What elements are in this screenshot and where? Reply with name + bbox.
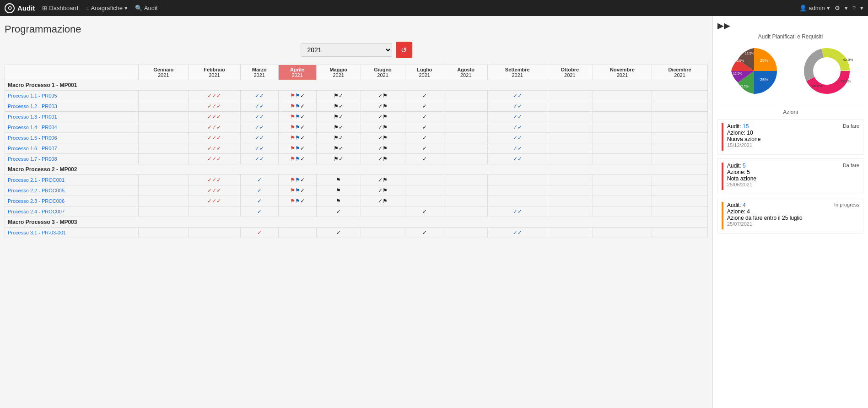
table-cell[interactable] (652, 185, 708, 196)
table-cell[interactable] (547, 122, 593, 133)
table-cell[interactable]: ✓⚑ (361, 154, 405, 164)
table-cell[interactable]: ✓⚑ (361, 143, 405, 154)
table-cell[interactable]: ✓ (405, 112, 444, 122)
process-label[interactable]: Processo 1.2 - PR003 (5, 101, 139, 112)
table-cell[interactable]: ✓⚑ (361, 101, 405, 112)
table-cell[interactable] (488, 175, 547, 185)
table-cell[interactable] (139, 228, 189, 238)
table-cell[interactable] (593, 143, 652, 154)
audit-value-3[interactable]: 4 (743, 202, 746, 208)
table-cell[interactable] (444, 185, 488, 196)
table-cell[interactable] (652, 133, 708, 143)
table-cell[interactable] (652, 112, 708, 122)
table-cell[interactable]: ✓✓✓ (189, 185, 241, 196)
table-cell[interactable] (652, 91, 708, 101)
table-cell[interactable]: ✓✓✓ (189, 175, 241, 185)
table-cell[interactable] (444, 91, 488, 101)
table-cell[interactable]: ✓✓✓ (189, 133, 241, 143)
table-cell[interactable] (593, 101, 652, 112)
audit-value-1[interactable]: 15 (743, 123, 749, 130)
table-cell[interactable] (593, 228, 652, 238)
action-card-1[interactable]: Audit: 15 Azione: 10 Nuova azione 15/12/… (717, 119, 863, 155)
process-label[interactable]: Processo 2.2 - PROC005 (5, 185, 139, 196)
table-cell[interactable]: ✓⚑ (361, 185, 405, 196)
table-cell[interactable] (593, 122, 652, 133)
table-cell[interactable] (547, 101, 593, 112)
table-cell[interactable] (139, 91, 189, 101)
table-cell[interactable]: ✓ (240, 175, 278, 185)
table-cell[interactable] (593, 207, 652, 217)
help-button[interactable]: ? (852, 5, 856, 11)
table-cell[interactable]: ✓✓✓ (189, 196, 241, 207)
process-label[interactable]: Processo 1.3 - PR001 (5, 112, 139, 122)
table-cell[interactable]: ✓ (405, 207, 444, 217)
table-cell[interactable]: ⚑⚑✓ (278, 122, 316, 133)
table-cell[interactable] (547, 207, 593, 217)
table-cell[interactable]: ✓✓✓ (189, 122, 241, 133)
table-cell[interactable] (361, 207, 405, 217)
table-cell[interactable] (189, 228, 241, 238)
table-cell[interactable]: ⚑✓ (316, 122, 361, 133)
table-cell[interactable] (593, 175, 652, 185)
table-cell[interactable]: ✓⚑ (361, 133, 405, 143)
table-cell[interactable] (139, 175, 189, 185)
table-cell[interactable] (139, 112, 189, 122)
table-cell[interactable]: ⚑⚑✓ (278, 175, 316, 185)
table-cell[interactable] (547, 143, 593, 154)
table-cell[interactable]: ✓ (240, 207, 278, 217)
refresh-button[interactable]: ↺ (396, 42, 412, 58)
table-cell[interactable]: ✓✓ (240, 112, 278, 122)
table-cell[interactable] (652, 154, 708, 164)
table-cell[interactable]: ✓✓ (240, 101, 278, 112)
table-cell[interactable]: ✓ (405, 154, 444, 164)
table-cell[interactable]: ⚑✓ (316, 101, 361, 112)
audit-value-2[interactable]: 5 (743, 163, 746, 169)
table-cell[interactable] (139, 122, 189, 133)
table-cell[interactable]: ⚑ (316, 196, 361, 207)
table-cell[interactable]: ✓✓ (488, 122, 547, 133)
table-cell[interactable] (278, 207, 316, 217)
table-cell[interactable] (652, 196, 708, 207)
table-cell[interactable] (405, 185, 444, 196)
table-cell[interactable] (139, 133, 189, 143)
table-cell[interactable] (652, 175, 708, 185)
table-cell[interactable] (547, 112, 593, 122)
process-label[interactable]: Processo 3.1 - PR-03-001 (5, 228, 139, 238)
table-cell[interactable]: ✓✓ (240, 122, 278, 133)
nav-anagrafiche[interactable]: ≡ Anagrafiche ▾ (86, 5, 128, 11)
table-cell[interactable]: ⚑⚑✓ (278, 196, 316, 207)
table-cell[interactable]: ✓✓✓ (189, 91, 241, 101)
table-cell[interactable]: ⚑✓ (316, 112, 361, 122)
table-cell[interactable]: ✓ (405, 122, 444, 133)
process-label[interactable]: Processo 1.4 - PR004 (5, 122, 139, 133)
user-menu[interactable]: 👤 admin ▾ (799, 5, 830, 11)
table-cell[interactable] (547, 133, 593, 143)
table-cell[interactable] (444, 101, 488, 112)
table-cell[interactable]: ✓✓ (240, 133, 278, 143)
table-cell[interactable]: ✓ (240, 196, 278, 207)
forward-icon[interactable]: ▶▶ (717, 21, 863, 31)
table-cell[interactable]: ✓✓ (488, 101, 547, 112)
table-cell[interactable]: ⚑⚑✓ (278, 91, 316, 101)
table-cell[interactable]: ⚑✓ (316, 91, 361, 101)
process-label[interactable]: Processo 1.1 - PR005 (5, 91, 139, 101)
table-cell[interactable]: ✓✓ (488, 112, 547, 122)
table-cell[interactable]: ✓⚑ (361, 122, 405, 133)
table-cell[interactable] (139, 143, 189, 154)
table-cell[interactable] (652, 228, 708, 238)
table-cell[interactable] (444, 196, 488, 207)
action-card-3[interactable]: Audit: 4 Azione: 4 Azione da fare entro … (717, 198, 863, 234)
table-cell[interactable]: ⚑✓ (316, 154, 361, 164)
table-cell[interactable]: ✓✓ (488, 207, 547, 217)
table-cell[interactable] (547, 196, 593, 207)
table-cell[interactable] (405, 175, 444, 185)
table-cell[interactable]: ✓ (316, 207, 361, 217)
table-cell[interactable]: ✓✓ (488, 133, 547, 143)
table-cell[interactable] (652, 207, 708, 217)
table-cell[interactable]: ✓ (240, 185, 278, 196)
table-cell[interactable] (547, 91, 593, 101)
brand[interactable]: ⊙ Audit (5, 3, 35, 13)
table-cell[interactable] (488, 185, 547, 196)
table-cell[interactable] (652, 122, 708, 133)
nav-audit[interactable]: 🔍 Audit (135, 5, 158, 11)
